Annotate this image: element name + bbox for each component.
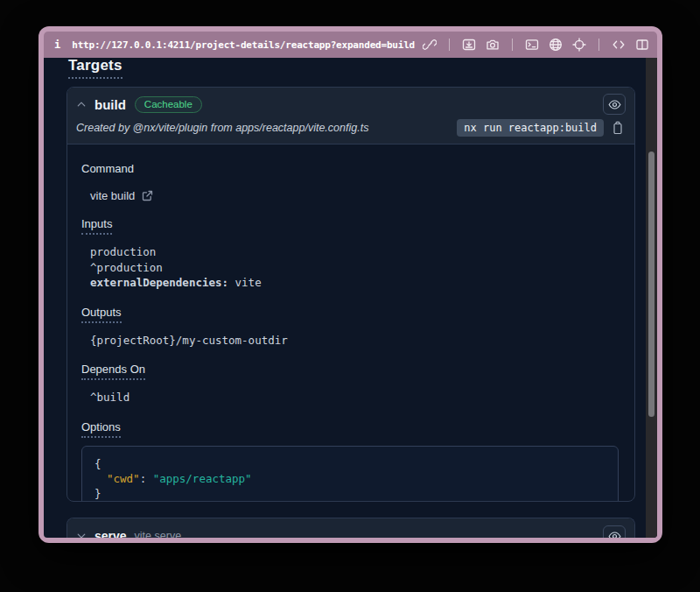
copy-button[interactable] [612, 121, 624, 135]
depends-on-item: ^build [90, 390, 620, 405]
targets-heading: Targets [68, 58, 122, 79]
toolbar-divider [449, 39, 450, 51]
command-heading: Command [81, 162, 134, 178]
toolbar-actions [423, 38, 649, 52]
command-value: vite build [90, 189, 135, 202]
depends-on-heading: Depends On [81, 363, 145, 380]
project-details-panel: Targets build Cacheable [44, 58, 646, 538]
info-icon: i [54, 39, 60, 51]
input-external-deps-key: externalDependencies: [90, 276, 228, 289]
json-line: "cwd": "apps/reactapp" [94, 471, 606, 486]
scrollbar-thumb[interactable] [648, 152, 654, 417]
section-command: Command vite build [81, 160, 620, 202]
build-target-header[interactable]: build Cacheable Created by @nx/vite/plug… [67, 88, 634, 144]
cacheable-badge: Cacheable [135, 96, 202, 113]
serve-target-card: serve vite serve [66, 518, 635, 538]
json-line: } [94, 486, 606, 501]
input-item: production [90, 244, 620, 260]
target-icon[interactable] [572, 38, 586, 52]
input-item: ^production [90, 260, 620, 276]
output-item: {projectRoot}/my-custom-outdir [90, 333, 620, 349]
build-target-title: build [94, 97, 126, 112]
created-by-text: Created by @nx/vite/plugin from apps/rea… [76, 122, 457, 134]
save-icon[interactable] [462, 38, 476, 52]
run-command-chip: nx run reactapp:build [457, 119, 604, 137]
input-external-deps-value: vite [228, 276, 262, 289]
serve-target-subtitle: vite serve [135, 530, 182, 538]
external-link-icon[interactable] [142, 190, 153, 201]
json-separator: : [140, 472, 153, 485]
page-content: Targets build Cacheable [44, 58, 657, 538]
chevron-up-icon[interactable] [76, 99, 87, 109]
json-line: { [94, 456, 606, 471]
browser-toolbar: i http://127.0.0.1:4211/project-details/… [44, 32, 657, 58]
serve-target-header[interactable]: serve vite serve [67, 518, 634, 538]
outputs-heading: Outputs [81, 306, 122, 323]
scrollbar-track[interactable] [646, 58, 657, 538]
view-in-graph-button[interactable] [603, 94, 626, 115]
toolbar-divider [598, 39, 599, 51]
json-key: "cwd" [107, 472, 140, 485]
browser-window: i http://127.0.0.1:4211/project-details/… [38, 26, 662, 543]
section-options: Options { "cwd": "apps/reactapp" } [81, 419, 620, 503]
inputs-heading: Inputs [81, 217, 112, 235]
terminal-icon[interactable] [525, 38, 539, 52]
serve-target-title: serve [94, 529, 127, 538]
chevron-down-icon[interactable] [76, 531, 87, 538]
toolbar-divider [512, 39, 513, 51]
options-json-box: { "cwd": "apps/reactapp" } [81, 446, 619, 503]
section-outputs: Outputs {projectRoot}/my-custom-outdir [81, 304, 620, 349]
view-in-graph-button[interactable] [603, 525, 626, 538]
code-icon[interactable] [612, 38, 626, 52]
json-value: "apps/reactapp" [153, 472, 252, 485]
columns-icon[interactable] [635, 38, 649, 52]
camera-icon[interactable] [486, 38, 500, 52]
copy-icon [612, 121, 624, 135]
eye-icon [608, 98, 621, 111]
link-icon[interactable] [423, 38, 437, 52]
url-text[interactable]: http://127.0.0.1:4211/project-details/re… [72, 39, 415, 51]
globe-icon[interactable] [549, 38, 563, 52]
input-item: externalDependencies: vite [90, 275, 620, 291]
section-inputs: Inputs production ^production externalDe… [81, 215, 620, 291]
eye-icon [608, 530, 621, 539]
options-heading: Options [81, 420, 121, 438]
build-target-card: build Cacheable Created by @nx/vite/plug… [66, 87, 635, 502]
section-depends-on: Depends On ^build [81, 361, 620, 405]
build-target-details: Command vite build Inputs production [67, 144, 634, 502]
